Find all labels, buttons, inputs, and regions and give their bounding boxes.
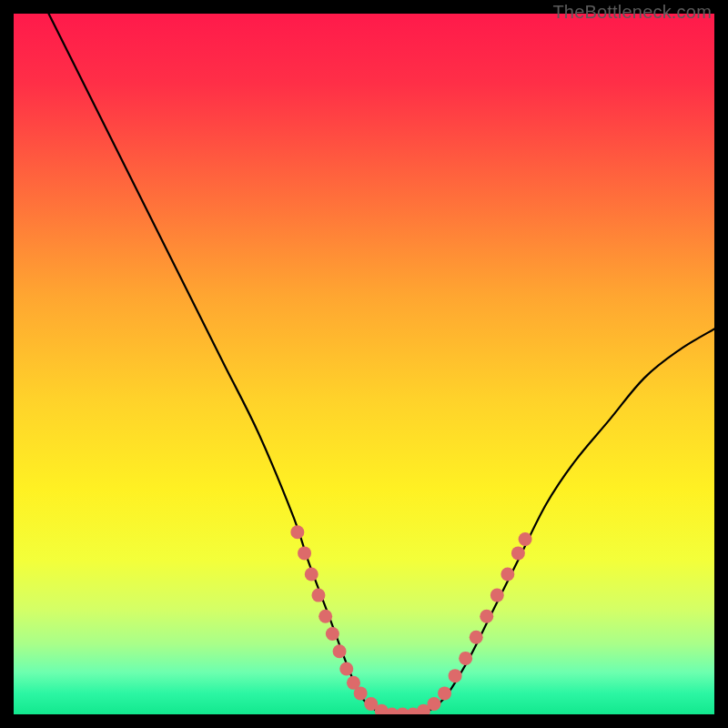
threshold-marker-dot [290, 525, 304, 539]
threshold-marker-dot [500, 568, 514, 581]
threshold-marker-dot [449, 669, 462, 682]
threshold-marker-dot [339, 662, 353, 675]
threshold-marker-dot [318, 610, 332, 623]
threshold-marker-dot [333, 644, 347, 658]
gradient-background [14, 14, 714, 714]
threshold-marker-dot [298, 546, 311, 560]
threshold-marker-dot [305, 568, 318, 581]
threshold-marker-dot [480, 610, 493, 623]
threshold-marker-dot [470, 631, 483, 644]
threshold-marker-dot [311, 589, 325, 602]
watermark-text: TheBottleneck.com [552, 2, 712, 23]
threshold-marker-dot [428, 697, 441, 711]
threshold-marker-dot [490, 589, 504, 602]
chart-frame [14, 14, 714, 714]
threshold-marker-dot [519, 532, 532, 546]
chart-svg [14, 14, 714, 714]
threshold-marker-dot [511, 546, 525, 560]
threshold-marker-dot [438, 686, 451, 700]
threshold-marker-dot [459, 652, 472, 665]
threshold-marker-dot [354, 686, 368, 700]
threshold-marker-dot [326, 627, 339, 641]
